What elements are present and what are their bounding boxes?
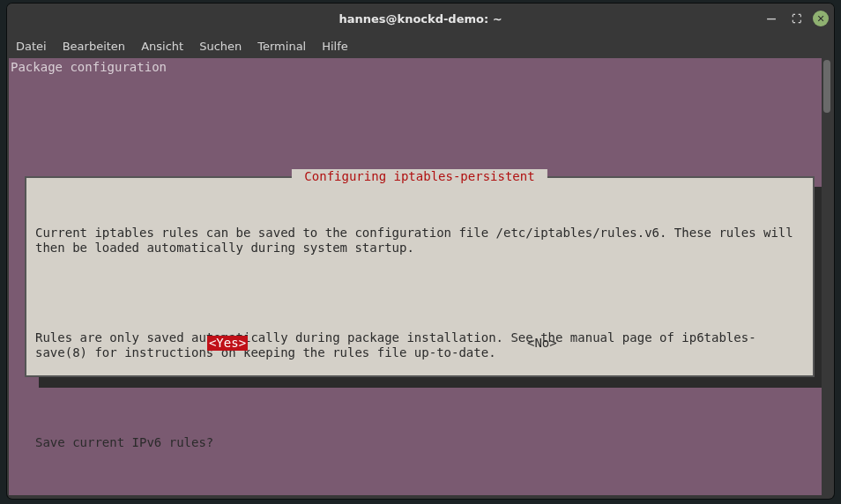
menu-terminal[interactable]: Terminal xyxy=(257,40,306,53)
window-title: hannes@knockd-demo: ~ xyxy=(339,12,502,26)
menu-edit[interactable]: Bearbeiten xyxy=(63,40,125,53)
window-controls: — ⛶ ✕ xyxy=(763,4,829,33)
menu-help[interactable]: Hilfe xyxy=(322,40,348,53)
dialog-para1: Current iptables rules can be saved to t… xyxy=(35,226,804,256)
menu-view[interactable]: Ansicht xyxy=(141,40,183,53)
dialog-title: Configuring iptables-persistent xyxy=(292,169,547,184)
close-button[interactable]: ✕ xyxy=(813,11,829,26)
scrollbar-thumb[interactable] xyxy=(823,60,830,113)
minimize-icon: — xyxy=(767,14,777,24)
package-config-header: Package configuration xyxy=(9,60,168,75)
dialog-button-row: <Yes> <No> xyxy=(35,336,804,351)
no-button[interactable]: <No> xyxy=(525,336,559,351)
terminal-viewport[interactable]: Package configuration Configuring iptabl… xyxy=(9,58,832,495)
maximize-button[interactable]: ⛶ xyxy=(788,11,804,26)
window-titlebar[interactable]: hannes@knockd-demo: ~ — ⛶ ✕ xyxy=(7,4,834,33)
menu-file[interactable]: Datei xyxy=(16,40,47,53)
close-icon: ✕ xyxy=(816,14,824,24)
minimize-button[interactable]: — xyxy=(763,11,779,26)
debconf-dialog: Configuring iptables-persistent Current … xyxy=(25,176,815,377)
menu-search[interactable]: Suchen xyxy=(199,40,242,53)
yes-button[interactable]: <Yes> xyxy=(207,336,248,351)
blank-line-1 xyxy=(35,285,804,300)
terminal-window: hannes@knockd-demo: ~ — ⛶ ✕ Datei Bearbe… xyxy=(7,4,834,499)
dialog-question: Save current IPv6 rules? xyxy=(35,435,804,450)
blank-line-2 xyxy=(35,390,804,405)
maximize-icon: ⛶ xyxy=(792,14,801,24)
terminal-scrollbar[interactable] xyxy=(822,58,832,495)
menubar: Datei Bearbeiten Ansicht Suchen Terminal… xyxy=(7,33,834,58)
